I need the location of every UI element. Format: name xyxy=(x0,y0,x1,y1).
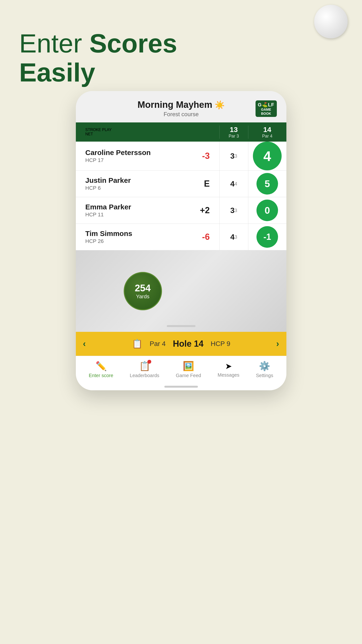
hero-line1-bold: Scores xyxy=(89,28,177,58)
hole-headers: 13 Par 3 14 Par 4 xyxy=(219,126,286,139)
yards-label: Yards xyxy=(136,294,150,300)
course-name: Forest course xyxy=(107,111,256,118)
scorecard-header: STROKE PLAY NET 13 Par 3 14 Par 4 xyxy=(76,122,286,142)
next-hole-button[interactable]: › xyxy=(276,339,279,349)
player-3-hole14[interactable]: 0 xyxy=(248,197,286,224)
round-name: Morning Mayhem xyxy=(138,100,212,110)
player-3-hole13[interactable]: 33 xyxy=(219,197,248,224)
nav-messages[interactable]: ➤ Messages xyxy=(217,361,239,378)
player-2-total: E xyxy=(191,179,210,189)
yards-indicator: 254 Yards xyxy=(124,272,162,310)
hero-line1-light: Enter xyxy=(19,28,82,58)
hole-hcp: HCP 9 xyxy=(211,340,230,348)
map-background xyxy=(76,250,286,332)
hero-line2-bold: Easily xyxy=(19,58,95,87)
messages-icon: ➤ xyxy=(225,361,232,371)
player-1-total: -3 xyxy=(191,151,210,161)
player-row-3[interactable]: Emma Parker HCP 11 +2 33 0 xyxy=(76,197,286,224)
hole-name: Hole 14 xyxy=(173,339,203,349)
hole-14-header: 14 Par 4 xyxy=(248,126,286,139)
course-map: 254 Yards xyxy=(76,250,286,332)
golf-gamebook-logo: G⛳LF GAME BOOK xyxy=(256,100,277,117)
player-4-hole14[interactable]: -1 xyxy=(248,224,286,250)
player-1-hcp: HCP 17 xyxy=(85,157,191,164)
nav-settings[interactable]: ⚙️ Settings xyxy=(256,361,273,378)
player-3-hcp: HCP 11 xyxy=(85,212,191,218)
nav-game-feed[interactable]: 🖼️ Game Feed xyxy=(176,361,201,378)
nav-settings-label: Settings xyxy=(256,373,273,378)
leaderboard-icon: 📋 xyxy=(139,361,150,371)
game-feed-icon: 🖼️ xyxy=(183,361,194,371)
player-3-name: Emma Parker xyxy=(85,203,191,211)
nav-leaderboards-label: Leaderboards xyxy=(130,373,159,378)
player-4-total: -6 xyxy=(191,232,210,242)
player-3-total: +2 xyxy=(191,205,210,216)
badge-dot xyxy=(147,360,151,364)
player-4-hole13[interactable]: 43 xyxy=(219,224,248,250)
phone-header: Morning Mayhem ☀️ Forest course G⛳LF GAM… xyxy=(76,91,286,122)
play-type-sub: NET xyxy=(85,132,210,136)
scroll-bar xyxy=(167,325,195,327)
player-2-hole13[interactable]: 44 xyxy=(219,170,248,197)
hole-navigation-bar[interactable]: ‹ 📋 Par 4 Hole 14 HCP 9 › xyxy=(76,332,286,356)
prev-hole-button[interactable]: ‹ xyxy=(83,339,86,349)
player-1-name: Caroline Petersson xyxy=(85,148,191,157)
player-4-hcp: HCP 26 xyxy=(85,238,191,244)
player-2-name: Justin Parker xyxy=(85,176,191,184)
yards-number: 254 xyxy=(135,283,151,294)
pencil-icon: ✏️ xyxy=(95,361,107,371)
round-title: Morning Mayhem ☀️ Forest course xyxy=(107,100,256,118)
play-type-label: STROKE PLAY xyxy=(85,128,210,132)
scorecard-icon: 📋 xyxy=(132,339,143,349)
play-type-section: STROKE PLAY NET xyxy=(76,128,219,136)
phone-screen: Morning Mayhem ☀️ Forest course G⛳LF GAM… xyxy=(76,91,286,390)
settings-icon: ⚙️ xyxy=(259,361,270,371)
hero-section: Enter Scores Easily xyxy=(19,29,177,87)
home-indicator-bar xyxy=(76,386,286,390)
nav-messages-label: Messages xyxy=(217,372,239,378)
nav-enter-score-label: Enter score xyxy=(89,373,113,378)
home-indicator xyxy=(164,386,198,388)
player-2-hole14[interactable]: 5 xyxy=(248,170,286,197)
player-4-name: Tim Simmons xyxy=(85,230,191,238)
bottom-navigation: ✏️ Enter score 📋 Leaderboards 🖼️ Game Fe… xyxy=(76,356,286,386)
nav-enter-score[interactable]: ✏️ Enter score xyxy=(89,361,113,378)
player-1-hole13[interactable]: 33 xyxy=(219,142,248,170)
hole-14-par: Par 4 xyxy=(262,134,272,139)
player-row-2[interactable]: Justin Parker HCP 6 E 44 5 xyxy=(76,170,286,197)
sun-icon: ☀️ xyxy=(215,100,225,110)
hole-13-header: 13 Par 3 xyxy=(219,126,248,139)
phone-container: Morning Mayhem ☀️ Forest course G⛳LF GAM… xyxy=(76,91,286,390)
active-score-bubble: 4 xyxy=(253,142,282,170)
golf-ball-decoration xyxy=(314,5,348,38)
player-row-1[interactable]: Caroline Petersson HCP 17 -3 33 4 xyxy=(76,142,286,170)
player-row-4[interactable]: Tim Simmons HCP 26 -6 43 -1 xyxy=(76,224,286,250)
hole-par: Par 4 xyxy=(150,340,166,348)
player-2-hcp: HCP 6 xyxy=(85,185,191,191)
hole-13-number: 13 xyxy=(230,126,238,134)
nav-game-feed-label: Game Feed xyxy=(176,373,201,378)
player-1-hole14-active[interactable]: 4 xyxy=(248,142,286,170)
hole-13-par: Par 3 xyxy=(228,134,239,139)
hole-14-number: 14 xyxy=(263,126,271,134)
nav-leaderboards[interactable]: 📋 Leaderboards xyxy=(130,361,159,378)
